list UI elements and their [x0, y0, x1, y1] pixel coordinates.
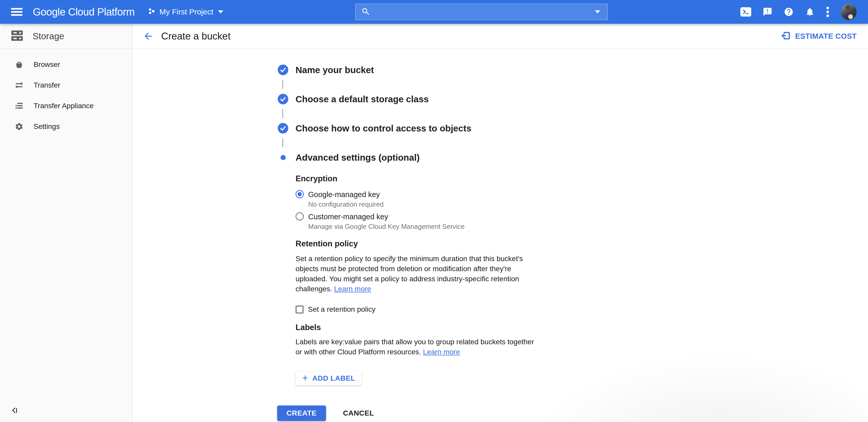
search-bar[interactable] [355, 4, 608, 20]
radio-sublabel: No configuration required [308, 200, 383, 208]
collapse-sidebar-icon[interactable] [10, 406, 19, 416]
project-name: My First Project [159, 7, 213, 16]
sidebar-item-label: Settings [34, 122, 60, 131]
step-connector [282, 138, 283, 147]
notifications-bell-icon[interactable] [805, 7, 815, 17]
sidebar-header: Storage [0, 24, 132, 49]
step-current-dot-icon [281, 155, 286, 160]
storage-product-icon [11, 30, 23, 42]
app-bar: Google Cloud Platform My First Project [0, 0, 868, 24]
set-retention-policy-checkbox[interactable] [296, 305, 304, 314]
radio-google-managed-key[interactable] [296, 190, 304, 198]
app-bar-actions [740, 4, 857, 20]
sidebar-item-transfer-appliance[interactable]: Transfer Appliance [0, 96, 132, 116]
retention-learn-more-link[interactable]: Learn more [334, 285, 371, 293]
appliance-list-icon [14, 101, 24, 110]
bucket-icon [14, 60, 24, 69]
gear-icon [14, 122, 24, 131]
add-label-button[interactable]: + ADD LABEL [296, 371, 362, 385]
sidebar-item-label: Transfer Appliance [34, 102, 94, 110]
radio-option-google-managed-key[interactable]: Google-managed key No configuration requ… [296, 190, 561, 208]
radio-label: Google-managed key [308, 190, 383, 199]
sidebar: Storage Browser Transfer Transfer Applia… [0, 24, 132, 422]
add-label-button-text: ADD LABEL [312, 374, 355, 383]
plus-icon: + [302, 373, 308, 383]
sidebar-title: Storage [33, 31, 64, 41]
retention-heading: Retention policy [296, 239, 561, 249]
help-icon[interactable] [784, 7, 794, 17]
user-avatar[interactable] [841, 4, 857, 20]
search-icon [362, 7, 370, 17]
labels-description-text: Labels are key:value pairs that allow yo… [296, 338, 534, 356]
step-name-your-bucket[interactable]: Name your bucket [278, 65, 561, 75]
transfer-arrows-icon [14, 81, 24, 90]
project-switcher[interactable]: My First Project [148, 7, 223, 17]
encryption-heading: Encryption [296, 174, 561, 183]
labels-description: Labels are key:value pairs that allow yo… [296, 337, 540, 357]
step-title: Choose how to control access to objects [296, 123, 471, 133]
back-arrow-icon[interactable] [143, 30, 154, 42]
cancel-button[interactable]: CANCEL [339, 405, 378, 421]
step-storage-class[interactable]: Choose a default storage class [278, 94, 561, 104]
radio-customer-managed-key[interactable] [296, 212, 304, 221]
sidebar-item-label: Browser [34, 60, 60, 69]
labels-heading: Labels [296, 323, 561, 332]
step-check-icon [278, 123, 288, 133]
chevron-down-icon [218, 10, 223, 13]
hamburger-menu-icon[interactable] [11, 8, 23, 16]
step-check-icon [278, 65, 288, 75]
radio-sublabel: Manage via Google Cloud Key Management S… [308, 223, 465, 230]
more-vertical-icon[interactable] [826, 6, 829, 18]
radio-label: Customer-managed key [308, 212, 465, 221]
sidebar-item-browser[interactable]: Browser [0, 54, 132, 75]
step-title: Advanced settings (optional) [296, 152, 420, 163]
step-check-icon [278, 94, 288, 104]
form-actions: CREATE CANCEL [277, 405, 561, 421]
retention-description-text: Set a retention policy to specify the mi… [296, 255, 523, 293]
labels-learn-more-link[interactable]: Learn more [423, 348, 460, 356]
main-panel: Create a bucket ESTIMATE COST Name your … [132, 24, 868, 422]
create-button[interactable]: CREATE [277, 405, 326, 421]
page-header: Create a bucket ESTIMATE COST [132, 24, 868, 49]
product-logo[interactable]: Google Cloud Platform [33, 6, 134, 18]
create-bucket-form: Name your bucket Choose a default storag… [277, 49, 561, 421]
radio-option-customer-managed-key[interactable]: Customer-managed key Manage via Google C… [296, 212, 561, 230]
estimate-cost-button[interactable]: ESTIMATE COST [781, 30, 857, 42]
step-advanced-settings[interactable]: Advanced settings (optional) [278, 152, 561, 163]
retention-checkbox-row[interactable]: Set a retention policy [296, 305, 561, 314]
sidebar-item-transfer[interactable]: Transfer [0, 75, 132, 96]
sidebar-item-settings[interactable]: Settings [0, 116, 132, 137]
retention-description: Set a retention policy to specify the mi… [296, 254, 540, 294]
sidebar-item-label: Transfer [34, 81, 60, 89]
step-connector [282, 80, 283, 89]
estimate-cost-icon [781, 30, 791, 42]
search-input[interactable] [374, 8, 595, 16]
sidebar-nav: Browser Transfer Transfer Appliance Sett… [0, 49, 132, 137]
page-title: Create a bucket [161, 31, 230, 42]
project-switcher-icon [148, 7, 156, 17]
step-title: Choose a default storage class [296, 94, 429, 104]
step-connector [282, 109, 283, 118]
estimate-cost-label: ESTIMATE COST [795, 32, 857, 40]
feedback-icon[interactable] [763, 7, 772, 17]
search-dropdown-caret-icon[interactable] [595, 10, 600, 13]
checkbox-label: Set a retention policy [308, 305, 376, 314]
step-access-control[interactable]: Choose how to control access to objects [278, 123, 561, 133]
step-title: Name your bucket [296, 65, 374, 75]
cloud-shell-icon[interactable] [740, 7, 751, 17]
